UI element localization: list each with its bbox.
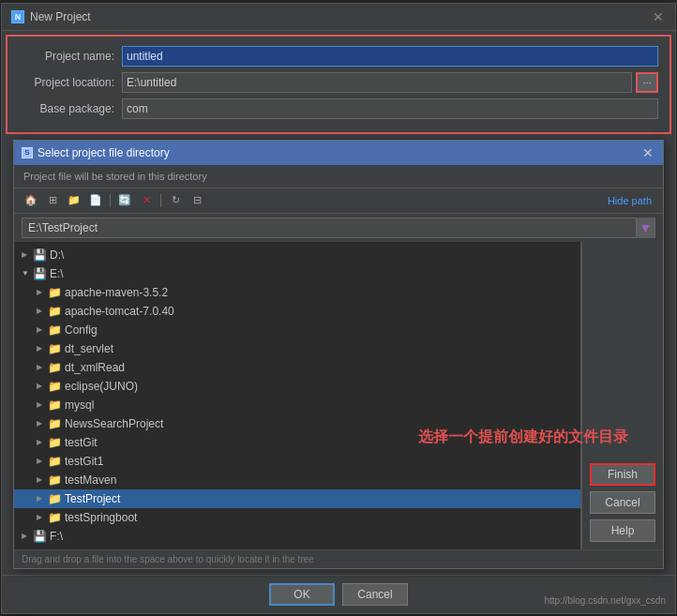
- tree-arrow-collapsed: ▶: [37, 288, 48, 296]
- tree-arrow-collapsed: ▶: [37, 475, 48, 484]
- folder-icon: 📁: [48, 475, 61, 485]
- tree-arrow-collapsed: ▶: [37, 494, 48, 503]
- tree-arrow-collapsed: ▶: [37, 363, 48, 371]
- tree-item[interactable]: ▶ 📁 testGit1: [14, 452, 580, 471]
- tree-item-label: NewsSearchProject: [65, 417, 163, 430]
- tree-item[interactable]: ▶ 📁 testMaven: [14, 471, 580, 489]
- folder-icon: 📁: [48, 382, 61, 391]
- tree-item-label: apache-maven-3.5.2: [65, 286, 168, 299]
- ok-button[interactable]: OK: [269, 583, 335, 606]
- tree-arrow-collapsed: ▶: [37, 325, 48, 334]
- tree-item[interactable]: ▶ 📁 TestProject: [14, 489, 580, 508]
- newfolder-toolbar-button[interactable]: 📁: [65, 192, 83, 209]
- path-input[interactable]: [23, 221, 636, 234]
- tree-item-label: testGit: [65, 436, 98, 449]
- tree-item-label: Config: [65, 323, 98, 337]
- folder-icon: 📁: [48, 438, 61, 447]
- base-package-label: Base package:: [19, 102, 122, 115]
- tree-arrow-collapsed: ▶: [37, 513, 48, 521]
- folder-icon: 💾: [33, 250, 46, 260]
- inner-dialog-wrapper: S Select project file directory ✕ Projec…: [2, 140, 675, 569]
- project-name-row: Project name:: [19, 46, 658, 67]
- tree-item-label: mysql: [65, 398, 94, 412]
- outer-titlebar: N New Project ✕: [2, 4, 675, 31]
- url-watermark: http://blog.csdn.net/gxx_csdn: [544, 595, 666, 606]
- tree-item[interactable]: ▶ 📁 NewsSearchProject: [14, 414, 580, 433]
- outer-buttons: OK Cancel: [2, 575, 675, 613]
- toolbar-separator-1: [110, 194, 111, 207]
- project-location-input[interactable]: [122, 72, 632, 93]
- tree-arrow-collapsed: ▶: [37, 307, 48, 315]
- tree-item[interactable]: ▶ 📁 eclipse(JUNO): [14, 377, 580, 396]
- tree-item[interactable]: ▶ 📁 dt_xmlRead: [14, 358, 580, 377]
- inner-dialog-title: Select project file directory: [38, 146, 170, 159]
- browse-button[interactable]: ···: [636, 72, 658, 93]
- inner-hint: Drag and drop a file into the space abov…: [14, 549, 663, 568]
- folder-icon: 📁: [48, 288, 61, 297]
- outer-cancel-button[interactable]: Cancel: [342, 583, 408, 606]
- tree-arrow-collapsed: ▶: [37, 438, 48, 446]
- refresh-toolbar-button[interactable]: ↻: [166, 192, 185, 209]
- tree-item[interactable]: ▶ 📁 apache-tomcat-7.0.40: [14, 302, 580, 321]
- new-project-icon: N: [11, 10, 24, 23]
- inner-cancel-button[interactable]: Cancel: [590, 491, 655, 514]
- delete-toolbar-button[interactable]: ✕: [137, 192, 156, 209]
- folder-icon: 💾: [33, 532, 46, 541]
- tree-item-label: E:\: [50, 267, 64, 280]
- tree-item[interactable]: ▶ 📁 mysql: [14, 396, 580, 414]
- folder-icon: 📁: [48, 344, 61, 353]
- folder-icon: 📁: [48, 419, 61, 428]
- tree-item-label: testSpringboot: [65, 511, 137, 524]
- tree-item-label: F:\: [50, 530, 63, 543]
- tree-item[interactable]: ▼ 💾 E:\: [14, 264, 580, 283]
- newfile-toolbar-button[interactable]: 📄: [86, 192, 105, 209]
- tree-arrow-collapsed: ▶: [22, 250, 33, 259]
- outer-dialog-title: New Project: [30, 10, 91, 23]
- tree-item[interactable]: ▶ 📁 apache-maven-3.5.2: [14, 283, 580, 302]
- tree-arrow-collapsed: ▶: [37, 457, 48, 465]
- tree-arrow-collapsed: ▶: [37, 419, 48, 428]
- project-location-row: Project location: ···: [19, 72, 658, 93]
- hide-path-button[interactable]: Hide path: [604, 195, 655, 206]
- tree-item[interactable]: ▶ 📁 testGit: [14, 433, 580, 452]
- folder-icon: 📁: [48, 494, 61, 503]
- home-toolbar-button[interactable]: 🏠: [22, 192, 40, 209]
- inner-action-buttons: Finish Cancel Help: [581, 242, 663, 549]
- form-area: Project name: Project location: ··· Base…: [6, 35, 671, 134]
- tree-and-buttons: ▶ 💾 D:\ ▼ 💾 E:\ ▶ 📁 apache-maven-3.5.2 ▶…: [14, 242, 663, 549]
- tree-item[interactable]: ▶ 📁 dt_servlet: [14, 339, 580, 358]
- collapse-toolbar-button[interactable]: ⊟: [188, 192, 206, 209]
- tree-item-label: D:\: [50, 248, 64, 262]
- help-button[interactable]: Help: [590, 519, 655, 542]
- inner-dialog: S Select project file directory ✕ Projec…: [13, 140, 664, 569]
- inner-subtitle: Project file will be stored in this dire…: [14, 165, 663, 188]
- path-arrow-button[interactable]: ▼: [636, 218, 654, 238]
- path-bar: ▼: [22, 218, 655, 238]
- outer-content: Project name: Project location: ··· Base…: [2, 35, 675, 613]
- rename-toolbar-button[interactable]: 🔄: [115, 192, 134, 209]
- folder-icon: 📁: [48, 307, 61, 316]
- file-tree[interactable]: ▶ 💾 D:\ ▼ 💾 E:\ ▶ 📁 apache-maven-3.5.2 ▶…: [14, 242, 581, 549]
- tree-item[interactable]: ▶ 📁 testSpringboot: [14, 508, 580, 527]
- tree-arrow-collapsed: ▶: [37, 400, 48, 409]
- folder-icon: 📁: [48, 325, 61, 335]
- project-name-input[interactable]: [122, 46, 658, 67]
- outer-titlebar-left: N New Project: [11, 10, 91, 23]
- tree-item[interactable]: ▶ 💾 F:\: [14, 527, 580, 546]
- toolbar-left: 🏠 ⊞ 📁 📄 🔄 ✕ ↻ ⊟: [22, 192, 206, 209]
- inner-close-button[interactable]: ✕: [640, 145, 655, 160]
- base-package-input[interactable]: [122, 98, 658, 119]
- tree-item[interactable]: ▶ 💾 D:\: [14, 246, 580, 264]
- project-location-label: Project location:: [19, 76, 122, 89]
- inner-dialog-icon: S: [22, 147, 33, 158]
- tree-item-label: testMaven: [65, 473, 116, 487]
- grid-toolbar-button[interactable]: ⊞: [43, 192, 62, 209]
- tree-arrow-collapsed: ▶: [37, 382, 48, 390]
- tree-item-label: testGit1: [65, 455, 103, 468]
- inner-title-left: S Select project file directory: [22, 146, 170, 159]
- folder-icon: 📁: [48, 400, 61, 410]
- outer-close-button[interactable]: ✕: [651, 9, 666, 24]
- tree-item[interactable]: ▶ 📁 Config: [14, 321, 580, 339]
- inner-titlebar: S Select project file directory ✕: [14, 141, 663, 165]
- finish-button[interactable]: Finish: [590, 463, 655, 486]
